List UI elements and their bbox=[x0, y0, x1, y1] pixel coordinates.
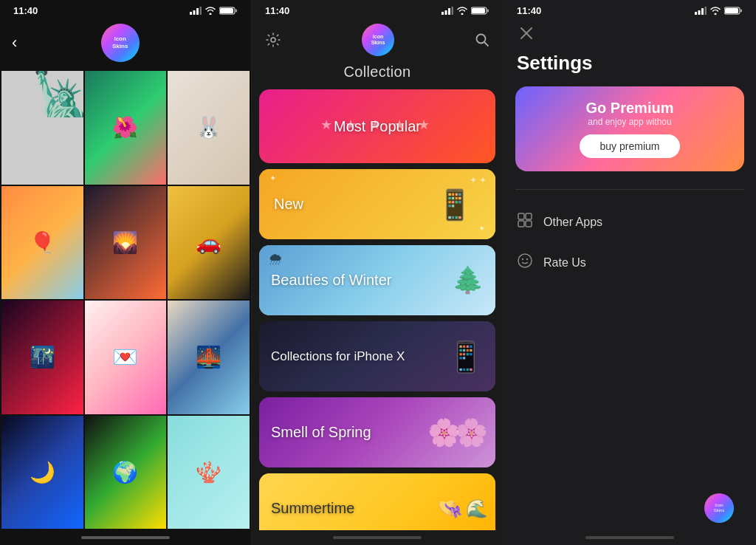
photo-cell-4[interactable]: 🎈 bbox=[1, 186, 83, 300]
svg-rect-10 bbox=[452, 7, 454, 15]
battery-icon-3 bbox=[724, 7, 743, 15]
back-button[interactable]: ‹ bbox=[12, 33, 17, 52]
photo-8-content: 💌 bbox=[85, 301, 167, 414]
svg-rect-3 bbox=[200, 7, 202, 15]
svg-rect-1 bbox=[193, 10, 196, 15]
svg-point-14 bbox=[271, 38, 275, 42]
photo-2-content: 🌺 bbox=[85, 71, 167, 185]
photo-cell-6[interactable]: 🚗 bbox=[168, 186, 250, 300]
settings-title: Settings bbox=[504, 49, 756, 86]
close-icon bbox=[520, 27, 533, 40]
premium-title: Go Premium bbox=[586, 100, 674, 117]
svg-rect-2 bbox=[196, 8, 199, 15]
svg-rect-7 bbox=[441, 12, 444, 15]
app-logo-2: IconSkins bbox=[362, 24, 394, 56]
photo-10-content: 🌙 bbox=[1, 416, 83, 529]
battery-icon bbox=[219, 7, 238, 15]
photo-5-content: 🌄 bbox=[85, 186, 167, 300]
svg-rect-25 bbox=[518, 213, 524, 219]
other-apps-icon bbox=[517, 212, 533, 232]
status-icons-2 bbox=[441, 7, 489, 15]
status-bar-2: 11:40 bbox=[252, 0, 503, 21]
premium-card-content: Go Premium and enjoy app withou bbox=[586, 100, 674, 127]
app-logo-1: IconSkins bbox=[101, 24, 140, 62]
photo-11-content: 🌍 bbox=[85, 416, 167, 529]
settings-header bbox=[504, 21, 756, 49]
wifi-icon bbox=[205, 7, 216, 15]
collection-iphone-label: Collections for iPhone X bbox=[271, 349, 405, 364]
svg-point-31 bbox=[526, 258, 528, 260]
photo-cell-2[interactable]: 🌺 bbox=[85, 71, 167, 185]
home-indicator-1 bbox=[81, 536, 170, 539]
premium-card[interactable]: Go Premium and enjoy app withou buy prem… bbox=[515, 86, 744, 171]
collection-most-popular-label: Most Popular bbox=[334, 118, 421, 135]
screen-collection: 11:40 bbox=[252, 0, 504, 545]
smiley-icon bbox=[517, 253, 533, 269]
collection-spring-label: Smell of Spring bbox=[271, 424, 371, 441]
svg-rect-17 bbox=[698, 10, 701, 15]
collection-new[interactable]: 📱 ✦ ✦ New bbox=[259, 169, 495, 239]
collection-title: Collection bbox=[344, 64, 411, 80]
collection-list[interactable]: Most Popular 📱 ✦ ✦ New 🌲 Beauties of Win… bbox=[252, 89, 503, 530]
svg-rect-22 bbox=[725, 8, 738, 13]
screen-settings: 11:40 bbox=[504, 0, 756, 545]
collection-winter[interactable]: 🌲 Beauties of Winter bbox=[259, 245, 495, 315]
collection-summer[interactable]: 👒 🌊 Summertime bbox=[259, 473, 495, 530]
rate-us-label: Rate Us bbox=[543, 256, 586, 270]
svg-rect-6 bbox=[220, 8, 233, 13]
svg-rect-21 bbox=[740, 9, 742, 12]
svg-rect-9 bbox=[448, 8, 450, 15]
collection-iphone[interactable]: 📱 Collections for iPhone X bbox=[259, 321, 495, 391]
screen1-header: ‹ IconSkins bbox=[0, 21, 251, 69]
photo-cell-12[interactable]: 🪸 bbox=[168, 416, 250, 529]
collection-most-popular[interactable]: Most Popular bbox=[259, 89, 495, 163]
svg-rect-27 bbox=[518, 221, 524, 227]
photo-cell-9[interactable]: 🌉 bbox=[168, 301, 250, 414]
collection-spring[interactable]: 🌸 🌸 Smell of Spring bbox=[259, 397, 495, 467]
photo-9-content: 🌉 bbox=[168, 301, 250, 414]
photo-cell-5[interactable]: 🌄 bbox=[85, 186, 167, 300]
screen-wallpaper-grid: 11:40 ‹ IconSkins bbox=[0, 0, 252, 545]
status-icons-3 bbox=[695, 7, 743, 15]
photo-3-content: 🐰 bbox=[168, 71, 250, 185]
svg-point-15 bbox=[477, 35, 486, 44]
close-button[interactable] bbox=[517, 24, 536, 43]
other-apps-label: Other Apps bbox=[543, 216, 602, 229]
collection-title-bar: Collection bbox=[252, 62, 503, 89]
svg-rect-12 bbox=[487, 9, 489, 12]
svg-point-29 bbox=[518, 254, 532, 267]
signal-icon bbox=[190, 7, 202, 15]
svg-rect-5 bbox=[236, 9, 237, 12]
app-logo-3: IconSkins bbox=[704, 493, 734, 523]
gear-icon bbox=[265, 32, 281, 48]
search-icon bbox=[475, 32, 489, 47]
battery-icon-2 bbox=[471, 7, 489, 15]
photo-cell-3[interactable]: 🐰 bbox=[168, 71, 250, 185]
signal-icon-2 bbox=[441, 7, 453, 15]
svg-rect-16 bbox=[695, 12, 697, 15]
settings-divider bbox=[515, 189, 744, 190]
search-button[interactable] bbox=[475, 32, 489, 47]
photo-6-content: 🚗 bbox=[168, 186, 250, 300]
svg-rect-13 bbox=[472, 8, 485, 13]
wifi-icon-3 bbox=[710, 7, 721, 15]
buy-premium-button[interactable]: buy premium bbox=[580, 134, 681, 158]
menu-item-rate-us[interactable]: Rate Us bbox=[504, 242, 756, 283]
svg-rect-28 bbox=[526, 221, 532, 227]
collection-winter-label: Beauties of Winter bbox=[271, 272, 391, 289]
screen1-bottom bbox=[0, 530, 251, 545]
signal-icon-3 bbox=[695, 7, 707, 15]
rate-us-icon bbox=[517, 253, 533, 272]
status-bar-3: 11:40 bbox=[504, 0, 756, 21]
photo-cell-8[interactable]: 💌 bbox=[85, 301, 167, 414]
wifi-icon-2 bbox=[457, 7, 467, 15]
photo-cell-7[interactable]: 🌃 bbox=[1, 301, 83, 414]
photo-cell-1[interactable]: 🗽 bbox=[1, 71, 83, 185]
menu-item-other-apps[interactable]: Other Apps bbox=[504, 202, 756, 242]
photo-cell-10[interactable]: 🌙 bbox=[1, 416, 83, 529]
settings-button[interactable] bbox=[265, 32, 281, 48]
photo-cell-11[interactable]: 🌍 bbox=[85, 416, 167, 529]
svg-rect-26 bbox=[526, 213, 532, 219]
photo-4-content: 🎈 bbox=[1, 186, 83, 300]
photo-1-content: 🗽 bbox=[1, 71, 83, 185]
